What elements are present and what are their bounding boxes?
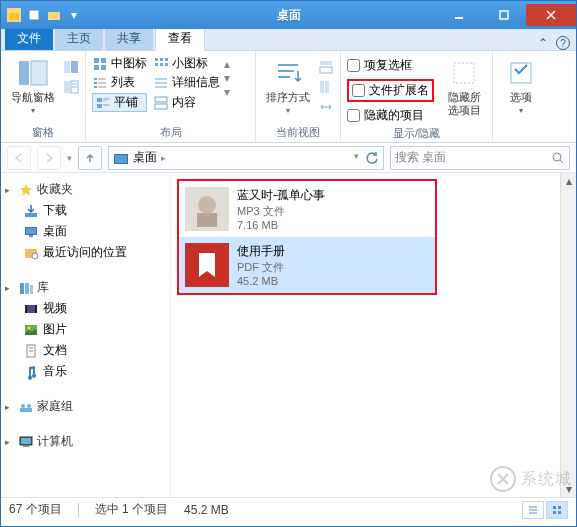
svg-point-53 [553, 153, 561, 161]
help-icon[interactable]: ? [556, 36, 570, 50]
tab-file[interactable]: 文件 [5, 27, 53, 50]
tab-share[interactable]: 共享 [105, 27, 153, 50]
refresh-button[interactable] [365, 151, 379, 165]
hidden-items-toggle[interactable]: 隐藏的项目 [347, 107, 434, 124]
layout-list[interactable]: 列表 [92, 74, 147, 91]
svg-rect-65 [25, 305, 27, 313]
nav-videos[interactable]: 视频 [5, 298, 166, 319]
window-title: 桌面 [277, 7, 301, 24]
breadcrumb-location[interactable]: 桌面 [133, 149, 157, 166]
svg-rect-35 [97, 98, 102, 102]
file-name: 蓝又时-孤单心事 [237, 187, 325, 204]
filename-ext-highlight: 文件扩展名 [347, 79, 434, 102]
layout-medium-icons[interactable]: 中图标 [92, 55, 147, 72]
file-size: 7.16 MB [237, 219, 325, 231]
nav-favorites[interactable]: ▸收藏夹 [5, 179, 166, 200]
group-by-button[interactable] [318, 59, 334, 75]
svg-rect-20 [155, 58, 158, 61]
nav-homegroup[interactable]: ▸家庭组 [5, 396, 166, 417]
item-checkboxes-checkbox[interactable] [347, 59, 360, 72]
history-dropdown[interactable]: ▾ [67, 153, 72, 163]
group-by-icon [318, 59, 334, 75]
svg-rect-45 [320, 61, 332, 65]
tab-view[interactable]: 查看 [155, 26, 205, 51]
file-list-pane[interactable]: 蓝又时-孤单心事 MP3 文件 7.16 MB 使用手册 PDF 文件 45.2… [171, 173, 576, 497]
file-type: MP3 文件 [237, 204, 325, 219]
sort-by-button[interactable]: 排序方式 ▾ [262, 55, 314, 117]
svg-rect-58 [29, 235, 33, 237]
breadcrumb-dropdown[interactable]: ▾ [350, 151, 363, 165]
breadcrumb[interactable]: 桌面 ▸ ▾ [108, 146, 384, 170]
search-box[interactable]: 搜索 桌面 [390, 146, 570, 170]
maximize-button[interactable] [481, 4, 526, 26]
layout-more[interactable]: ▾ [224, 85, 230, 99]
nav-computer[interactable]: ▸计算机 [5, 431, 166, 452]
scroll-up-icon[interactable]: ▴ [561, 173, 576, 189]
nav-pane-button[interactable]: 导航窗格 ▾ [7, 55, 59, 117]
details-pane-button[interactable] [63, 79, 79, 95]
view-details-button[interactable] [522, 501, 544, 519]
hide-selected-icon [448, 57, 480, 89]
close-button[interactable] [526, 4, 576, 26]
view-thumbnails-button[interactable] [546, 501, 568, 519]
svg-rect-38 [97, 104, 102, 108]
file-item[interactable]: 使用手册 PDF 文件 45.2 MB [179, 237, 435, 293]
svg-point-72 [21, 404, 25, 408]
file-item[interactable]: 蓝又时-孤单心事 MP3 文件 7.16 MB [179, 181, 435, 237]
up-button[interactable] [78, 146, 102, 170]
nav-downloads[interactable]: 下载 [5, 200, 166, 221]
music-icon [23, 364, 39, 380]
layout-details[interactable]: 详细信息 [153, 74, 220, 91]
preview-pane-button[interactable] [63, 59, 79, 75]
svg-rect-17 [101, 58, 106, 63]
file-group-highlight: 蓝又时-孤单心事 MP3 文件 7.16 MB 使用手册 PDF 文件 45.2… [177, 179, 437, 295]
item-checkboxes-toggle[interactable]: 项复选框 [347, 57, 434, 74]
add-columns-button[interactable] [318, 79, 334, 95]
hide-selected-button[interactable]: 隐藏所 选项目 [442, 55, 486, 119]
back-button[interactable] [7, 146, 31, 170]
address-bar: ▾ 桌面 ▸ ▾ 搜索 桌面 [1, 143, 576, 173]
layout-scroll-up[interactable]: ▴ [224, 57, 230, 71]
scrollbar[interactable]: ▴ ▾ [560, 173, 576, 497]
layout-content[interactable]: 内容 [153, 93, 220, 112]
qat-newfolder-icon[interactable] [45, 6, 63, 24]
nav-recent[interactable]: 最近访问的位置 [5, 242, 166, 263]
svg-rect-26 [94, 78, 97, 80]
recent-icon [23, 245, 39, 261]
nav-libraries[interactable]: ▸库 [5, 277, 166, 298]
nav-pane-icon [17, 57, 49, 89]
collapse-ribbon-icon[interactable]: ⌃ [538, 36, 548, 50]
svg-rect-77 [23, 445, 29, 447]
options-button[interactable]: 选项 ▾ [499, 55, 543, 117]
nav-desktop[interactable]: 桌面 [5, 221, 166, 242]
body: ▸收藏夹 下载 桌面 最近访问的位置 ▸库 视频 图片 文档 音乐 ▸家庭组 ▸… [1, 173, 576, 497]
svg-rect-49 [454, 63, 474, 83]
nav-documents[interactable]: 文档 [5, 340, 166, 361]
svg-rect-66 [35, 305, 37, 313]
svg-rect-89 [558, 511, 561, 514]
forward-button[interactable] [37, 146, 61, 170]
chevron-down-icon: ▾ [286, 106, 290, 115]
qat-dropdown-icon[interactable]: ▾ [65, 6, 83, 24]
videos-icon [23, 301, 39, 317]
layout-small-icons[interactable]: 小图标 [153, 55, 220, 72]
window-controls [436, 4, 576, 26]
chevron-right-icon[interactable]: ▸ [161, 153, 166, 163]
hidden-items-checkbox[interactable] [347, 109, 360, 122]
layout-scroll-down[interactable]: ▾ [224, 71, 230, 85]
svg-point-68 [28, 326, 31, 329]
size-columns-button[interactable] [318, 99, 334, 115]
layout-tiles[interactable]: 平铺 [92, 93, 147, 112]
nav-music[interactable]: 音乐 [5, 361, 166, 382]
libraries-icon [18, 280, 34, 296]
tab-home[interactable]: 主页 [55, 27, 103, 50]
explorer-window: ▾ 桌面 文件 主页 共享 查看 ⌃ ? 导航窗格 ▾ [0, 0, 577, 527]
ribbon-group-current-view: 排序方式 ▾ 当前视图 [256, 51, 341, 142]
navigation-pane[interactable]: ▸收藏夹 下载 桌面 最近访问的位置 ▸库 视频 图片 文档 音乐 ▸家庭组 ▸… [1, 173, 171, 497]
minimize-button[interactable] [436, 4, 481, 26]
watermark: 系统城 [489, 465, 572, 493]
filename-ext-checkbox[interactable] [352, 84, 365, 97]
nav-pictures[interactable]: 图片 [5, 319, 166, 340]
filename-ext-toggle[interactable]: 文件扩展名 [352, 82, 429, 99]
qat-properties-icon[interactable] [25, 6, 43, 24]
